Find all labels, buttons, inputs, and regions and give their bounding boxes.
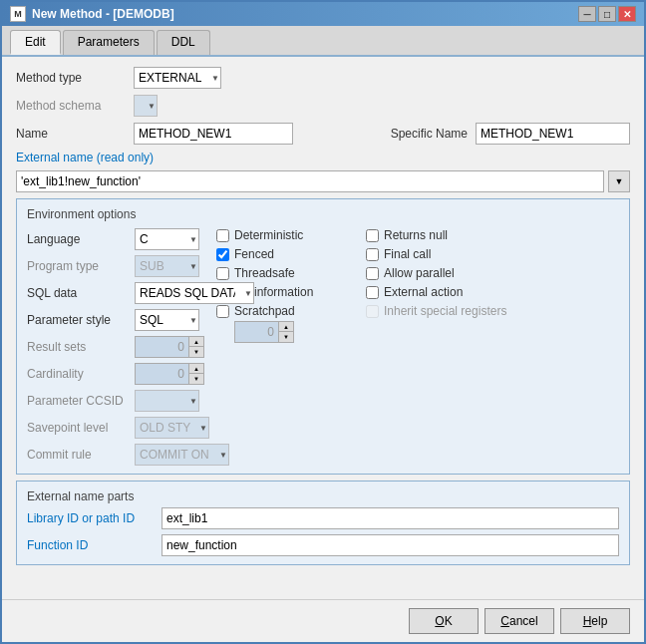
- tab-ddl[interactable]: DDL: [157, 30, 210, 55]
- program-type-label: Program type: [27, 259, 127, 273]
- help-button[interactable]: Help: [560, 608, 630, 634]
- main-content: Method type EXTERNAL ▼ Method schema ▼ N…: [2, 57, 644, 599]
- final-call-label: Final call: [384, 247, 431, 261]
- program-type-select: SUB: [135, 255, 199, 277]
- scratchpad-up-btn: ▲: [279, 322, 293, 332]
- fenced-label: Fenced: [234, 247, 274, 261]
- specific-name-input[interactable]: [476, 123, 630, 145]
- threadsafe-checkbox[interactable]: [216, 267, 229, 280]
- returns-null-label: Returns null: [384, 228, 448, 242]
- scratchpad-size-spinner: ▲ ▼: [234, 321, 356, 343]
- window-title: New Method - [DEMODB]: [32, 7, 174, 21]
- final-call-checkbox[interactable]: [366, 248, 379, 261]
- cardinality-input: [135, 363, 189, 385]
- result-sets-up-btn: ▲: [189, 337, 203, 347]
- env-mid-col: Deterministic Fenced Threadsafe DB infor…: [216, 228, 356, 466]
- final-call-row[interactable]: Final call: [366, 247, 619, 261]
- tab-parameters[interactable]: Parameters: [63, 30, 155, 55]
- language-select[interactable]: C: [135, 228, 199, 250]
- method-type-row: Method type EXTERNAL ▼: [16, 67, 630, 89]
- close-button[interactable]: ✕: [618, 6, 636, 22]
- minimize-button[interactable]: ─: [578, 6, 596, 22]
- parameter-ccsid-select: [135, 390, 199, 412]
- scratchpad-size-row: ▲ ▼: [234, 321, 356, 343]
- commit-rule-row: Commit rule COMMIT ON RETURN N ▼: [27, 444, 206, 466]
- tab-edit[interactable]: Edit: [10, 30, 61, 55]
- savepoint-level-select: OLD STYLE: [135, 417, 209, 439]
- scratchpad-label: Scratchpad: [234, 304, 295, 318]
- maximize-button[interactable]: □: [598, 6, 616, 22]
- function-id-input[interactable]: [162, 534, 619, 556]
- returns-null-checkbox[interactable]: [366, 229, 379, 242]
- cardinality-down-btn: ▼: [189, 374, 203, 384]
- environment-section-label: Environment options: [27, 207, 619, 221]
- parameter-style-select-wrapper[interactable]: SQL ▼: [135, 309, 199, 331]
- method-type-select[interactable]: EXTERNAL: [134, 67, 221, 89]
- language-label: Language: [27, 232, 127, 246]
- method-schema-label: Method schema: [16, 99, 126, 113]
- parameter-style-select[interactable]: SQL: [135, 309, 199, 331]
- threadsafe-row[interactable]: Threadsafe: [216, 266, 356, 280]
- name-parts-section: External name parts Library ID or path I…: [16, 481, 630, 565]
- scratchpad-down-btn: ▼: [279, 332, 293, 342]
- external-action-row[interactable]: External action: [366, 285, 619, 299]
- title-bar-left: M New Method - [DEMODB]: [10, 6, 174, 22]
- commit-rule-select: COMMIT ON RETURN N: [135, 444, 229, 466]
- external-action-label: External action: [384, 285, 463, 299]
- fenced-row[interactable]: Fenced: [216, 247, 356, 261]
- env-left-col: Language C ▼ Program type: [27, 228, 206, 466]
- fenced-checkbox[interactable]: [216, 248, 229, 261]
- bottom-bar: OK Cancel Help: [2, 599, 644, 642]
- sql-data-select[interactable]: READS SQL DATA: [135, 282, 254, 304]
- method-schema-row: Method schema ▼: [16, 95, 630, 117]
- method-schema-select: [134, 95, 158, 117]
- allow-parallel-row[interactable]: Allow parallel: [366, 266, 619, 280]
- language-select-wrapper[interactable]: C ▼: [135, 228, 199, 250]
- savepoint-level-row: Savepoint level OLD STYLE ▼: [27, 417, 206, 439]
- program-type-select-wrapper: SUB ▼: [135, 255, 199, 277]
- result-sets-label: Result sets: [27, 340, 127, 354]
- parameter-ccsid-select-wrapper: ▼: [135, 390, 199, 412]
- name-label: Name: [16, 127, 126, 141]
- scratchpad-checkbox[interactable]: [216, 305, 229, 318]
- method-schema-select-wrapper[interactable]: ▼: [134, 95, 158, 117]
- library-id-input[interactable]: [162, 507, 619, 529]
- language-row: Language C ▼: [27, 228, 206, 250]
- cardinality-spinner: ▲ ▼: [135, 363, 204, 385]
- parameter-style-label: Parameter style: [27, 313, 127, 327]
- threadsafe-label: Threadsafe: [234, 266, 295, 280]
- commit-rule-select-wrapper: COMMIT ON RETURN N ▼: [135, 444, 229, 466]
- main-window: M New Method - [DEMODB] ─ □ ✕ Edit Param…: [0, 0, 646, 644]
- scratchpad-size-input: [234, 321, 279, 343]
- external-name-input: [16, 170, 604, 192]
- env-right-col: Returns null Final call Allow parallel E…: [366, 228, 619, 466]
- allow-parallel-label: Allow parallel: [384, 266, 455, 280]
- savepoint-level-select-wrapper: OLD STYLE ▼: [135, 417, 209, 439]
- result-sets-input: [135, 336, 189, 358]
- sql-data-select-wrapper[interactable]: READS SQL DATA ▼: [135, 282, 254, 304]
- commit-rule-label: Commit rule: [27, 448, 127, 462]
- name-parts-grid: Library ID or path ID Function ID: [27, 507, 619, 556]
- cancel-button[interactable]: Cancel: [484, 608, 554, 634]
- library-id-label: Library ID or path ID: [27, 511, 157, 525]
- scratchpad-row[interactable]: Scratchpad: [216, 304, 356, 318]
- allow-parallel-checkbox[interactable]: [366, 267, 379, 280]
- deterministic-checkbox[interactable]: [216, 229, 229, 242]
- specific-name-group: Specific Name: [391, 123, 630, 145]
- savepoint-level-label: Savepoint level: [27, 421, 127, 435]
- deterministic-row[interactable]: Deterministic: [216, 228, 356, 242]
- result-sets-spinner: ▲ ▼: [135, 336, 204, 358]
- method-type-select-wrapper[interactable]: EXTERNAL ▼: [134, 67, 221, 89]
- function-id-label: Function ID: [27, 538, 157, 552]
- result-sets-down-btn: ▼: [189, 347, 203, 357]
- external-action-checkbox[interactable]: [366, 286, 379, 299]
- title-controls[interactable]: ─ □ ✕: [578, 6, 636, 22]
- inherit-special-label: Inherit special registers: [384, 304, 506, 318]
- sql-data-row: SQL data READS SQL DATA ▼: [27, 282, 206, 304]
- deterministic-label: Deterministic: [234, 228, 303, 242]
- ok-button[interactable]: OK: [409, 608, 479, 634]
- name-input[interactable]: [134, 123, 293, 145]
- returns-null-row[interactable]: Returns null: [366, 228, 619, 242]
- external-name-dropdown-btn[interactable]: ▼: [608, 170, 630, 192]
- sql-data-label: SQL data: [27, 286, 127, 300]
